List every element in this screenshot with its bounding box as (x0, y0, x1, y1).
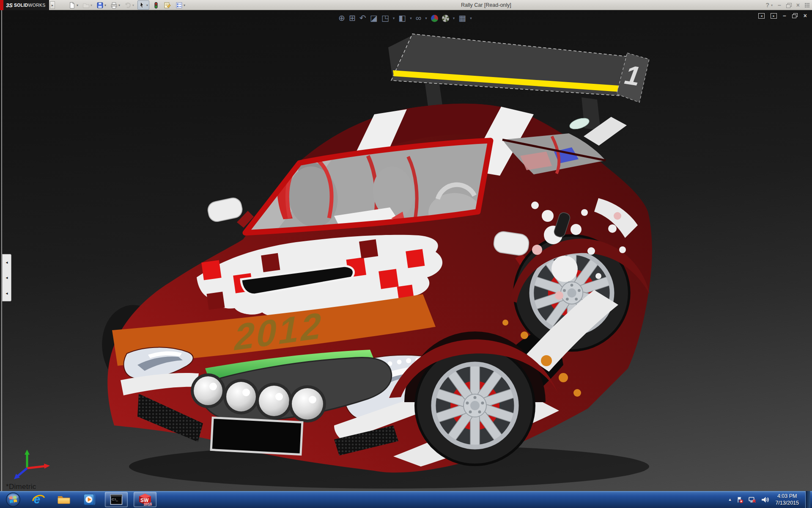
desktop-grid-icon[interactable] (805, 3, 809, 8)
tray-clock[interactable]: 4:03 PM 7/13/2015 (775, 493, 799, 506)
taskbar-item-media-player[interactable] (80, 491, 99, 508)
internet-explorer-icon: e (31, 492, 46, 507)
tray-date: 7/13/2015 (775, 500, 799, 506)
menu-expand-icon[interactable]: ▸ (50, 1, 55, 9)
minimize-button[interactable]: – (778, 2, 781, 8)
view-settings-icon[interactable]: ▦ (458, 13, 466, 24)
front-wheel (416, 346, 534, 465)
new-document-button[interactable]: ▾ (68, 0, 79, 10)
left-mirror (206, 196, 254, 228)
new-document-icon (69, 2, 76, 9)
windows-start-icon (5, 491, 21, 508)
reference-triad (11, 449, 53, 482)
select-cursor-icon (139, 2, 145, 8)
zoom-to-area-icon[interactable]: ⊞ (349, 13, 356, 24)
desktop: 3S SOLID WORKS ▸ ▾ ▾ ▾ ▾ (0, 0, 812, 508)
feature-panel-collapsed-tab[interactable]: ◂ ◂ ◂ (2, 254, 11, 301)
license-plate (211, 418, 302, 455)
section-view-icon[interactable]: ◪ (370, 13, 378, 24)
options-button[interactable]: ▾ (175, 0, 186, 10)
titlebar: 3S SOLID WORKS ▸ ▾ ▾ ▾ ▾ (0, 0, 812, 10)
window-title: Rally Car [Read-only] (461, 0, 511, 10)
save-button[interactable]: ▾ (96, 0, 107, 10)
doc-close-button[interactable]: × (804, 12, 807, 19)
graphics-viewport[interactable]: ◂ ◂ ◂ ⊕ ⊞ ↶ ◪ ◳ ▾ ◧ ▾ ∞ ▾ ▾ ▦ ▾ ◂ ▸ – (0, 10, 812, 491)
taskbar: e (0, 491, 812, 508)
brand-glyph: 3S (6, 2, 13, 8)
feature-panel-splitter[interactable] (1, 10, 2, 491)
doc-restore-button[interactable] (792, 13, 798, 18)
close-button[interactable]: × (796, 2, 800, 8)
collapse-arrow-icon: ◂ (5, 260, 8, 265)
document-window-controls: ◂ ▸ – × (758, 12, 807, 19)
edge-accent (0, 0, 3, 10)
tray-time: 4:03 PM (775, 493, 799, 500)
restore-button[interactable] (786, 3, 791, 8)
solidworks-2015-icon: SW 2015 (138, 493, 152, 506)
rebuild-button[interactable] (152, 0, 160, 10)
collapse-left-icon[interactable]: ◂ (758, 13, 765, 19)
collapse-right-icon[interactable]: ▸ (771, 13, 777, 19)
window-controls: ? ▾ – × (765, 0, 809, 10)
solidworks-logo: 3S SOLID WORKS (3, 0, 49, 10)
view-orientation-label: *Dimetric (6, 483, 36, 491)
cmd-label: C:\_ (112, 497, 118, 501)
select-tool-button[interactable]: ▾ (137, 0, 149, 10)
taskbar-item-windows-explorer[interactable] (54, 491, 74, 508)
previous-view-icon[interactable]: ↶ (359, 13, 366, 24)
taskbar-item-solidworks[interactable]: SW 2015 (134, 492, 156, 507)
print-button[interactable]: ▾ (110, 0, 121, 10)
file-properties-button[interactable] (163, 0, 172, 10)
collapse-arrow-icon: ◂ (5, 275, 8, 280)
network-disconnected-icon[interactable] (748, 496, 756, 503)
apply-scene-icon[interactable] (442, 15, 449, 22)
rally-car-model[interactable]: 1 (97, 30, 664, 491)
help-button[interactable]: ? (765, 2, 769, 8)
open-button[interactable]: ▾ (82, 0, 93, 10)
command-prompt-icon: C:\_ (110, 494, 123, 505)
headsup-view-toolbar: ⊕ ⊞ ↶ ◪ ◳ ▾ ◧ ▾ ∞ ▾ ▾ ▦ ▾ (338, 13, 472, 24)
volume-icon[interactable] (761, 496, 769, 503)
edit-appearance-icon[interactable] (431, 15, 438, 22)
media-player-icon (82, 493, 96, 506)
save-floppy-icon (96, 2, 104, 9)
doc-minimize-button[interactable]: – (783, 12, 786, 19)
folder-icon (56, 493, 71, 506)
printer-icon (110, 2, 118, 9)
taskbar-item-internet-explorer[interactable]: e (29, 491, 48, 508)
zoom-to-fit-icon[interactable]: ⊕ (338, 13, 345, 24)
tray-expand-icon[interactable]: ▲ (728, 497, 732, 502)
view-orientation-icon[interactable]: ◳ (381, 13, 389, 24)
taskbar-item-command-prompt[interactable]: C:\_ (105, 492, 128, 507)
options-list-icon (176, 2, 183, 9)
undo-arrow-icon (124, 2, 132, 9)
start-button[interactable] (3, 491, 23, 508)
action-center-flag-icon[interactable] (736, 496, 743, 503)
system-tray: ▲ 4:03 PM 7/13/2015 (728, 491, 812, 508)
traffic-light-icon (153, 2, 159, 9)
display-style-icon[interactable]: ◧ (398, 13, 406, 24)
file-properties-icon (164, 2, 171, 9)
hide-show-items-icon[interactable]: ∞ (416, 13, 422, 24)
main-toolbar: ▾ ▾ ▾ ▾ ▾ ▾ (68, 0, 186, 10)
open-folder-icon (82, 2, 90, 9)
show-desktop-button[interactable] (805, 491, 810, 508)
sw-year: 2015 (144, 502, 152, 506)
collapse-arrow-icon: ◂ (5, 291, 8, 295)
undo-button[interactable]: ▾ (123, 0, 135, 10)
